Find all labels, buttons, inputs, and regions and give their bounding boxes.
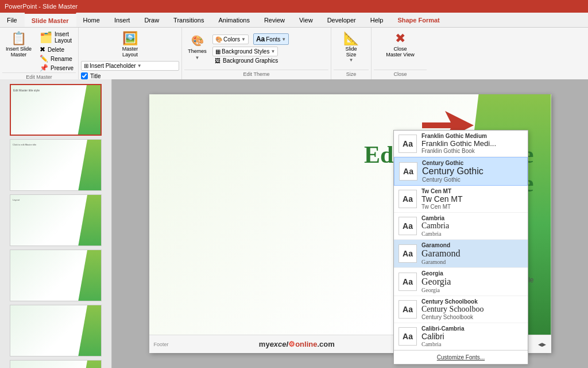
slide-thumb-3[interactable]: Layout [10,194,102,246]
close-master-view-button[interactable]: ✖ CloseMaster View [374,30,427,60]
themes-button[interactable]: 🎨 Themes ▼ [184,33,210,63]
insert-slide-master-button[interactable]: 📋 Insert SlideMaster [2,30,35,72]
footer-logo: myexcel⚙online.com [259,340,335,348]
rename-button[interactable]: ✏️ Rename [37,54,76,63]
delete-button[interactable]: ✖ Delete [37,45,76,54]
themes-label: Themes [188,48,207,54]
theme-row: 🎨 Themes ▼ 🎨 Colors ▼ Aa Fonts [184,30,328,66]
tab-developer[interactable]: Developer [320,13,363,27]
delete-icon: ✖ [40,45,45,53]
insert-layout-button[interactable]: 🗂️ InsertLayout [37,30,76,45]
close-master-view-label: CloseMaster View [386,46,414,57]
slide-size-icon: 📐 [343,32,359,45]
content-area: Edit Master titlestyle Click to edit Mas… [112,79,588,368]
slide-size-button[interactable]: 📐 SlideSize ▼ [334,30,369,65]
slide-size-group-label: Size [334,70,369,77]
fonts-dropdown: Aa Franklin Gothic Medium Franklin Gothi… [393,130,528,365]
insert-placeholder-button[interactable]: ⊞ Insert Placeholder ▼ [81,61,179,71]
slide-thumb-1[interactable]: Edit Master title style [10,84,102,136]
rename-label: Rename [51,56,72,62]
font-item-franklin[interactable]: Aa Franklin Gothic Medium Franklin Gothi… [394,131,528,157]
font-item-georgia[interactable]: Aa Georgia Georgia Georgia [394,268,528,296]
font-item-century-schoolbook[interactable]: Aa Century Schoolbook Century Schoolboo … [394,296,528,323]
colors-button[interactable]: 🎨 Colors ▼ [212,34,249,44]
tab-help[interactable]: Help [363,13,391,27]
edit-theme-group-label: Edit Theme [184,70,328,77]
footer-label: Footer [154,342,169,347]
preserve-button[interactable]: 📌 Preserve [37,63,76,72]
slide-thumb-2[interactable]: Click to edit Master title [10,139,102,191]
preserve-icon: 📌 [40,64,48,72]
font-aa-calibri-cambria: Aa [399,327,417,346]
tab-home[interactable]: Home [76,13,107,27]
title-text: PowerPoint - Slide Master [5,3,78,10]
font-aa-cambria: Aa [399,217,417,235]
delete-label: Delete [48,47,64,53]
colors-fonts-row: 🎨 Colors ▼ Aa Fonts ▼ [212,32,289,46]
font-aa-garamond: Aa [399,244,417,263]
font-info-century-gothic: Century Gothic Century Gothic Century Go… [422,160,483,183]
group-slide-size: 📐 SlideSize ▼ Size [331,28,372,79]
title-checkbox-row: Title [81,72,179,80]
font-info-cambria: Cambria Cambria Cambria [421,215,449,237]
slide-size-arrow: ▼ [349,57,354,63]
title-checkbox-label: Title [90,73,101,79]
slide-thumb-5[interactable] [10,305,102,356]
bg-styles-label: Background Styles [222,48,269,55]
tab-slide-master[interactable]: Slide Master [25,13,76,27]
close-group-label: Close [374,70,427,77]
font-item-calibri-cambria[interactable]: Aa Calibri-Cambria Calibri Cambria [394,323,528,350]
font-aa-century-gothic: Aa [399,162,417,181]
title-checkbox[interactable] [81,72,88,79]
tab-view[interactable]: View [292,13,320,27]
slide-thumb-4[interactable] [10,250,102,301]
insert-slide-master-icon: 📋 [11,32,26,45]
colors-label: Colors [223,36,240,43]
insert-placeholder-icon: ⊞ [84,63,88,69]
colors-swatch-icon: 🎨 [215,36,222,43]
fonts-button[interactable]: Aa Fonts ▼ [253,33,289,45]
tab-shape-format[interactable]: Shape Format [390,13,447,27]
font-info-calibri-cambria: Calibri-Cambria Calibri Cambria [421,325,464,347]
tab-animations[interactable]: Animations [211,13,257,27]
slide-thumb-6[interactable] [10,360,102,368]
group-close: ✖ CloseMaster View Close [372,28,429,79]
close-master-view-icon: ✖ [395,32,405,45]
font-info-tw-cen: Tw Cen MT Tw Cen MT Tw Cen MT [421,188,463,210]
customize-fonts-button[interactable]: Customize Fonts... [394,350,528,364]
fonts-aa-icon: Aa [256,35,265,43]
master-layout-button[interactable]: 🖼️ MasterLayout [81,30,179,60]
tab-review[interactable]: Review [257,13,292,27]
background-styles-button[interactable]: ▦ Background Styles ▼ [212,47,278,56]
font-aa-tw-cen: Aa [399,190,417,208]
insert-slide-master-label: Insert SlideMaster [6,46,32,57]
tab-draw[interactable]: Draw [137,13,167,27]
group-edit-theme: 🎨 Themes ▼ 🎨 Colors ▼ Aa Fonts [182,28,331,79]
font-item-cambria[interactable]: Aa Cambria Cambria Cambria [394,213,528,240]
colors-arrow: ▼ [241,37,246,42]
slides-panel[interactable]: Edit Master title style Click to edit Ma… [0,79,112,368]
ribbon-tabs-row: File Slide Master Home Insert Draw Trans… [0,13,588,28]
ribbon-body: 📋 Insert SlideMaster 🗂️ InsertLayout ✖ D… [0,28,588,79]
font-aa-franklin: Aa [399,135,417,153]
bg-styles-icon: ▦ [215,48,220,55]
fonts-label: Fonts [266,36,280,43]
bg-graphics-label: Background Graphics [223,57,278,64]
font-item-century-gothic[interactable]: Aa Century Gothic Century Gothic Century… [394,157,528,186]
title-bar: PowerPoint - Slide Master [0,0,588,13]
slide-size-label: SlideSize [346,46,357,57]
insert-layout-icon: 🗂️ [40,31,52,44]
font-aa-century-schoolbook: Aa [399,300,417,319]
font-info-franklin: Franklin Gothic Medium Franklin Gothic M… [421,133,496,154]
edit-master-top-row: 📋 Insert SlideMaster 🗂️ InsertLayout ✖ D… [2,30,76,72]
font-item-tw-cen[interactable]: Aa Tw Cen MT Tw Cen MT Tw Cen MT [394,186,528,213]
tab-insert[interactable]: Insert [107,13,138,27]
bg-graphics-button[interactable]: 🖼 Background Graphics [212,57,289,64]
font-item-garamond[interactable]: Aa Garamond Garamond Garamond [394,240,528,268]
tab-file[interactable]: File [0,13,25,27]
tab-transitions[interactable]: Transitions [167,13,211,27]
master-layout-label: MasterLayout [122,46,138,57]
font-aa-georgia: Aa [399,273,417,291]
themes-arrow: ▼ [195,55,200,60]
fonts-arrow: ▼ [281,37,286,42]
